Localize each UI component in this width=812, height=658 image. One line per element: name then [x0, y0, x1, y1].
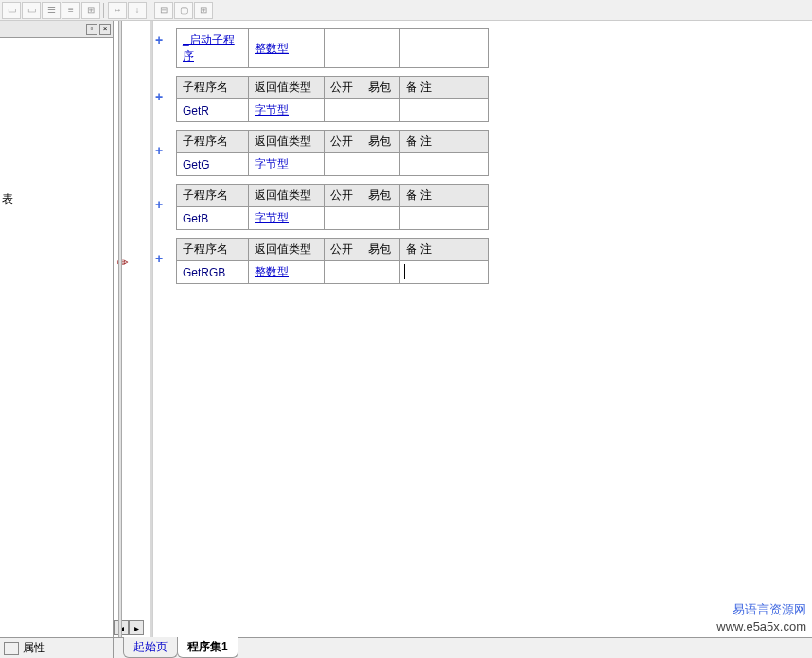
tb-btn-6[interactable]: ↔ — [108, 2, 127, 19]
header-note: 备 注 — [400, 131, 489, 153]
panel-close-icon[interactable]: × — [99, 24, 111, 35]
header-type: 返回值类型 — [249, 185, 325, 207]
sub-table-getb: 子程序名 返回值类型 公开 易包 备 注 GetB 字节型 — [176, 184, 489, 230]
bottom-bar: 属性 起始页 程序集1 — [0, 637, 812, 658]
expand-icon[interactable]: + — [155, 251, 168, 264]
header-name: 子程序名 — [177, 239, 249, 261]
header-type: 返回值类型 — [249, 239, 325, 261]
watermark-cn: 易语言资源网 — [716, 601, 806, 618]
header-pub: 公开 — [325, 77, 362, 99]
cell-note[interactable] — [400, 153, 489, 176]
expand-icon[interactable]: + — [155, 89, 168, 102]
cell-pub[interactable] — [325, 99, 362, 122]
tb-btn-8[interactable]: ⊟ — [154, 2, 173, 19]
header-pkg: 易包 — [362, 131, 400, 153]
expand-icon[interactable]: + — [155, 32, 168, 45]
properties-label: 属性 — [23, 640, 45, 656]
tb-btn-4[interactable]: ≡ — [62, 2, 80, 19]
toolbar-separator — [150, 3, 151, 18]
watermark: 易语言资源网 www.e5a5x.com — [716, 601, 806, 635]
tb-btn-5[interactable]: ⊞ — [81, 2, 100, 19]
watermark-url: www.e5a5x.com — [716, 618, 806, 635]
header-note: 备 注 — [400, 77, 489, 99]
tb-btn-7[interactable]: ↕ — [128, 2, 147, 19]
expand-icon[interactable]: + — [155, 143, 168, 156]
cell-note-active[interactable] — [400, 261, 489, 284]
header-pub: 公开 — [325, 185, 362, 207]
header-type: 返回值类型 — [249, 77, 325, 99]
sub-name[interactable]: GetG — [183, 158, 210, 171]
header-name: 子程序名 — [177, 77, 249, 99]
cell-note[interactable] — [400, 29, 489, 68]
header-pkg: 易包 — [362, 77, 400, 99]
bottom-tabs: 起始页 程序集1 — [114, 638, 238, 658]
return-type-link[interactable]: 整数型 — [255, 42, 289, 55]
sub-table-getg: 子程序名 返回值类型 公开 易包 备 注 GetG 字节型 — [176, 130, 489, 176]
startup-sub-table: _启动子程序 整数型 — [176, 28, 489, 68]
toolbar: ▭ ▭ ☰ ≡ ⊞ ↔ ↕ ⊟ ▢ ⊞ — [0, 0, 812, 21]
cell-pkg[interactable] — [362, 261, 400, 284]
panel-header: ▫ × — [0, 21, 113, 38]
tb-btn-1[interactable]: ▭ — [2, 2, 21, 19]
return-type-link[interactable]: 字节型 — [255, 103, 289, 116]
cell-pkg[interactable] — [362, 153, 400, 176]
vertical-divider[interactable] — [118, 21, 122, 637]
header-pkg: 易包 — [362, 185, 400, 207]
cell-pkg[interactable] — [362, 29, 400, 68]
header-pub: 公开 — [325, 131, 362, 153]
cell-pkg[interactable] — [362, 99, 400, 122]
tb-btn-3[interactable]: ☰ — [42, 2, 61, 19]
properties-icon[interactable] — [4, 642, 19, 655]
panel-minimize-icon[interactable]: ▫ — [86, 24, 97, 35]
sub-table-getr: 子程序名 返回值类型 公开 易包 备 注 GetR 字节型 — [176, 76, 489, 122]
bottom-left: 属性 — [0, 638, 114, 658]
sub-name-link[interactable]: _启动子程序 — [183, 33, 235, 62]
scroll-right-icon[interactable]: ▸ — [129, 620, 144, 635]
cell-pub[interactable] — [325, 261, 362, 284]
left-panel: ▫ × 表 — [0, 21, 114, 637]
header-name: 子程序名 — [177, 131, 249, 153]
header-pkg: 易包 — [362, 239, 400, 261]
cell-pub[interactable] — [325, 207, 362, 230]
sub-name[interactable]: GetRGB — [183, 266, 225, 279]
tb-btn-9[interactable]: ▢ — [174, 2, 193, 19]
cell-pub[interactable] — [325, 153, 362, 176]
panel-content — [0, 38, 113, 49]
sub-name[interactable]: GetR — [183, 104, 209, 117]
cell-note[interactable] — [400, 207, 489, 230]
tb-btn-10[interactable]: ⊞ — [194, 2, 213, 19]
tb-btn-2[interactable]: ▭ — [22, 2, 41, 19]
tab-start-page[interactable]: 起始页 — [123, 637, 178, 658]
header-type: 返回值类型 — [249, 131, 325, 153]
header-note: 备 注 — [400, 239, 489, 261]
header-name: 子程序名 — [177, 185, 249, 207]
sub-name[interactable]: GetB — [183, 212, 208, 225]
return-type-link[interactable]: 字节型 — [255, 157, 289, 170]
panel-label: 表 — [2, 191, 13, 207]
cell-pkg[interactable] — [362, 207, 400, 230]
cell-note[interactable] — [400, 99, 489, 122]
expand-icon[interactable]: + — [155, 197, 168, 210]
header-pub: 公开 — [325, 239, 362, 261]
cell-pub[interactable] — [325, 29, 362, 68]
return-type-link[interactable]: 整数型 — [255, 265, 289, 278]
toolbar-separator — [103, 3, 105, 18]
tab-program-set[interactable]: 程序集1 — [177, 637, 238, 658]
header-note: 备 注 — [400, 185, 489, 207]
editor-area: + _启动子程序 整数型 + 子程序名 返回值类型 — [114, 21, 812, 637]
return-type-link[interactable]: 字节型 — [255, 211, 289, 224]
sub-table-getrgb: 子程序名 返回值类型 公开 易包 备 注 GetRGB 整数型 — [176, 238, 489, 284]
